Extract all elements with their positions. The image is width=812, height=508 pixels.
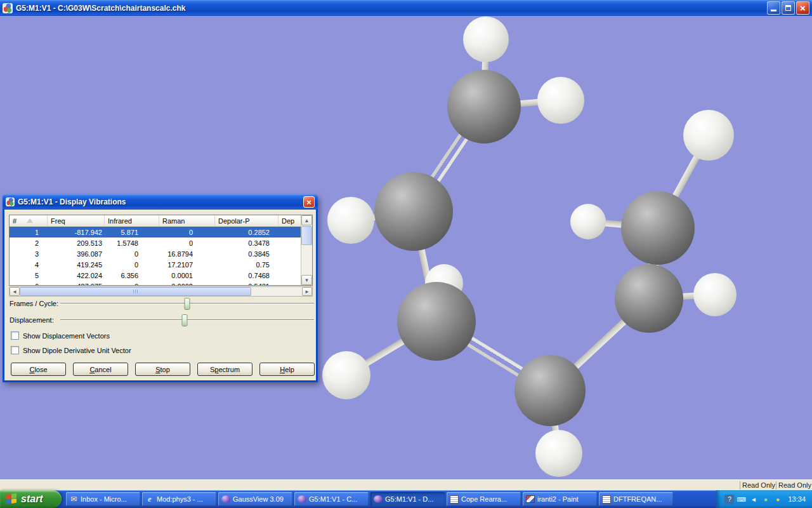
horizontal-scroll-track[interactable] (20, 287, 302, 296)
carbon-atom[interactable] (374, 172, 453, 251)
taskbar-button-dftfreqan[interactable]: DFTFREQAN... (599, 492, 673, 506)
main-window-title: G5:M1:V1 - C:\G03W\Scratch\chairtanscalc… (16, 4, 764, 13)
column-header-freq[interactable]: Freq (48, 215, 105, 226)
cancel-button[interactable]: Cancel (73, 363, 128, 376)
table-header: #FreqInfraredRamanDepolar-PDep (10, 215, 301, 227)
molecule-viewport[interactable]: G5:M1:V1 - Display Vibrations × #FreqInf… (0, 16, 812, 479)
cell: 0.3478 (215, 239, 278, 247)
keyboard-tray-icon[interactable]: ⌨ (737, 495, 746, 504)
hydrogen-atom[interactable] (693, 273, 737, 316)
displacement-slider-thumb[interactable] (182, 314, 188, 326)
taskbar-button-iranti2-paint[interactable]: iranti2 - Paint (523, 492, 597, 506)
mail-icon: ✉ (69, 495, 78, 504)
gaussview-icon (221, 495, 230, 503)
taskbar-button-cope-rearra[interactable]: Cope Rearra... (447, 492, 521, 506)
taskbar-button-gaussview-3-09[interactable]: GaussView 3.09 (218, 492, 292, 506)
antivirus-tray-icon[interactable]: ● (761, 495, 770, 504)
cell: 487.975 (48, 283, 105, 286)
checkbox-icon (11, 346, 19, 354)
carbon-atom[interactable] (615, 264, 683, 333)
carbon-atom[interactable] (514, 355, 586, 426)
cell: 4 (10, 261, 48, 269)
cell: 0 (105, 261, 159, 269)
doc-icon (450, 495, 459, 504)
checkbox-icon (11, 331, 19, 340)
cell: 422.024 (48, 272, 105, 279)
close-window-button[interactable]: × (796, 1, 809, 15)
table-rows: 1-817.9425.87100.28522209.5131.574800.34… (10, 227, 301, 285)
carbon-atom[interactable] (397, 282, 476, 361)
hydrogen-atom[interactable] (683, 110, 734, 161)
hydrogen-atom[interactable] (322, 351, 370, 399)
cell: 16.8794 (159, 250, 215, 258)
column-header--[interactable]: # (10, 215, 48, 226)
scroll-right-button[interactable]: ► (302, 287, 312, 296)
frames-per-cycle-slider[interactable] (60, 303, 314, 304)
vibration-row-6[interactable]: 6487.97500.00020.5431 (10, 281, 301, 285)
hydrogen-atom[interactable] (537, 77, 584, 124)
dialog-close-button[interactable]: × (303, 196, 315, 208)
cell: 5.871 (105, 229, 159, 236)
help-button[interactable]: Help (259, 363, 315, 376)
column-header-raman[interactable]: Raman (159, 215, 215, 226)
hydrogen-atom[interactable] (535, 430, 582, 477)
displacement-slider[interactable] (60, 319, 314, 321)
dialog-body: #FreqInfraredRamanDepolar-PDep 1-817.942… (3, 210, 318, 382)
vibrations-table: #FreqInfraredRamanDepolar-PDep 1-817.942… (9, 215, 313, 286)
cell: -817.942 (48, 229, 105, 236)
vertical-scroll-thumb[interactable] (301, 226, 312, 245)
messenger-tray-icon[interactable]: ● (773, 495, 782, 504)
column-header-infrared[interactable]: Infrared (105, 215, 159, 226)
taskbar-button-g5-m1-v1-d[interactable]: G5:M1:V1 - D... (370, 492, 445, 506)
table-vertical-scrollbar[interactable]: ▲ ▼ (301, 215, 312, 285)
doc-icon (602, 495, 611, 504)
tray-icon-area: ?⌨◄●● (724, 495, 782, 504)
taskbar-button-g5-m1-v1-c[interactable]: G5:M1:V1 - C... (294, 492, 369, 506)
status-bar: Read Only Read Only (0, 479, 812, 490)
hydrogen-atom[interactable] (327, 197, 374, 244)
taskbar: start ✉Inbox - Micro...eMod:phys3 - ...G… (0, 490, 812, 508)
vibration-row-2[interactable]: 2209.5131.574800.3478 (10, 237, 301, 248)
language-tray-icon[interactable]: ? (724, 495, 734, 504)
stop-button[interactable]: Stop (135, 363, 190, 376)
gaussview-icon (374, 495, 383, 503)
dialog-titlebar[interactable]: G5:M1:V1 - Display Vibrations × (3, 194, 318, 210)
restore-icon (785, 5, 791, 11)
vibration-row-1[interactable]: 1-817.9425.87100.2852 (10, 227, 301, 237)
carbon-atom[interactable] (447, 70, 521, 144)
start-label: start (21, 493, 43, 505)
carbon-atom[interactable] (621, 191, 695, 265)
table-horizontal-scrollbar[interactable]: ◄ ► (9, 286, 313, 297)
scroll-down-button[interactable]: ▼ (301, 275, 312, 285)
vibration-row-4[interactable]: 4419.245017.21070.75 (10, 259, 301, 270)
minimize-button[interactable] (767, 1, 780, 15)
task-label: iranti2 - Paint (537, 495, 579, 503)
volume-tray-icon[interactable]: ◄ (749, 495, 758, 504)
gaussview-icon (298, 495, 306, 503)
gaussview-app-icon (3, 3, 13, 13)
spectrum-button[interactable]: Spectrum (197, 363, 252, 376)
vibration-row-3[interactable]: 3396.087016.87940.3845 (10, 248, 301, 259)
cell: 0.5431 (215, 283, 278, 286)
cell: 6 (10, 283, 48, 286)
scroll-up-button[interactable]: ▲ (301, 215, 312, 225)
restore-button[interactable] (782, 1, 795, 15)
taskbar-button-inbox-micro[interactable]: ✉Inbox - Micro... (66, 492, 140, 506)
vertical-scroll-track[interactable] (301, 225, 312, 275)
hydrogen-atom[interactable] (463, 17, 509, 62)
task-label: Cope Rearra... (461, 495, 507, 503)
vibration-row-5[interactable]: 5422.0246.3560.00010.7468 (10, 270, 301, 281)
scroll-left-button[interactable]: ◄ (10, 287, 20, 296)
horizontal-scroll-thumb[interactable] (20, 287, 251, 296)
taskbar-button-mod-phys3[interactable]: eMod:phys3 - ... (142, 492, 216, 506)
show-dipole-derivative-checkbox[interactable]: Show Dipole Derivative Unit Vector (11, 346, 131, 354)
frames-slider-thumb[interactable] (185, 298, 190, 310)
taskbar-buttons: ✉Inbox - Micro...eMod:phys3 - ...GaussVi… (62, 490, 716, 508)
column-header-depolar-p[interactable]: Depolar-P (215, 215, 278, 226)
sort-indicator-icon (27, 218, 33, 223)
column-header-dep[interactable]: Dep (278, 215, 301, 226)
start-button[interactable]: start (0, 490, 62, 508)
close-button[interactable]: Close (11, 363, 66, 376)
show-displacement-vectors-checkbox[interactable]: Show Displacement Vectors (11, 331, 110, 340)
hydrogen-atom[interactable] (570, 204, 606, 239)
